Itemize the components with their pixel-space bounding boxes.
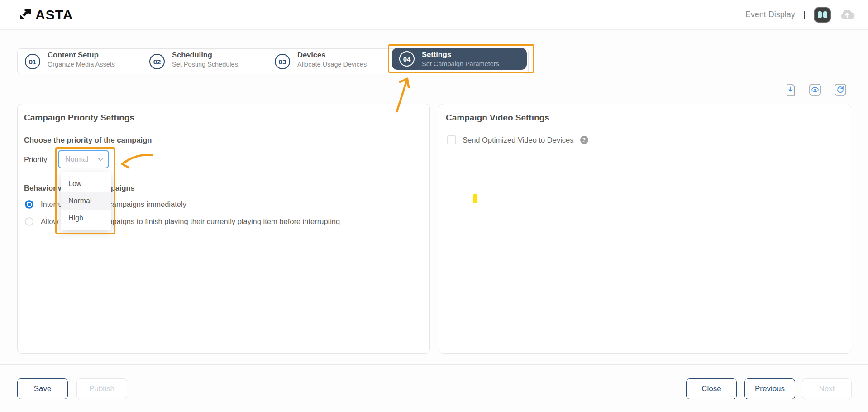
app-root: ASTA Event Display | 01 Content Setup Or… [0, 0, 868, 412]
step-3-number: 03 [279, 58, 286, 66]
preview-eye-icon[interactable] [809, 83, 821, 96]
optimized-video-row: Send Optimized Video to Devices ? [447, 135, 588, 144]
dropdown-option-low[interactable]: Low [61, 175, 111, 192]
step-2-circle: 02 [149, 54, 165, 69]
header-separator: | [803, 10, 806, 20]
help-question-icon[interactable]: ? [580, 136, 588, 144]
step-3-devices[interactable]: Devices [297, 51, 325, 59]
radio-selected-icon[interactable] [25, 200, 33, 209]
priority-panel-title: Campaign Priority Settings [24, 113, 134, 123]
context-label[interactable]: Event Display [745, 10, 795, 19]
close-button[interactable]: Close [686, 378, 737, 399]
next-button[interactable]: Next [802, 378, 852, 399]
priority-select-value: Normal [65, 155, 99, 163]
step-1-subtitle: Organize Media Assets [48, 61, 115, 68]
brand-logo[interactable]: ASTA [18, 7, 73, 23]
step-4-number: 04 [403, 55, 411, 63]
previous-button[interactable]: Previous [744, 378, 795, 399]
step-4-subtitle: Set Campaign Parameters [422, 60, 499, 67]
step-1-content-setup[interactable]: Content Setup [48, 51, 99, 59]
optimized-video-checkbox[interactable] [447, 135, 456, 144]
bot-eye-left [818, 11, 822, 18]
header-right-cluster: Event Display | [745, 7, 855, 23]
optimized-video-label: Send Optimized Video to Devices [463, 136, 574, 144]
publish-button[interactable]: Publish [76, 378, 127, 399]
priority-select[interactable]: Normal [58, 150, 109, 168]
footer-divider [0, 364, 868, 365]
step-1-number: 01 [29, 58, 37, 66]
save-button[interactable]: Save [17, 378, 68, 399]
step-1-circle: 01 [25, 54, 40, 69]
yellow-marker [473, 194, 477, 203]
header: ASTA Event Display | [0, 0, 868, 30]
export-document-icon[interactable] [784, 83, 797, 96]
brand-name: ASTA [35, 7, 73, 23]
step-4-circle: 04 [399, 51, 415, 67]
step-2-subtitle: Set Posting Schedules [172, 61, 238, 68]
refresh-icon[interactable] [834, 83, 847, 96]
bot-avatar-icon[interactable] [814, 7, 831, 23]
step-4-title: Settings [422, 50, 451, 59]
chevron-down-icon [98, 155, 104, 161]
radio-unselected-icon[interactable] [25, 217, 33, 226]
video-panel-title: Campaign Video Settings [446, 113, 549, 123]
dropdown-option-normal[interactable]: Normal [61, 192, 111, 210]
bot-eye-right [823, 11, 827, 18]
step-3-circle: 03 [275, 54, 290, 69]
cloud-upload-icon[interactable] [839, 8, 855, 22]
priority-dropdown-menu: Low Normal High [61, 172, 111, 230]
step-2-number: 02 [153, 58, 161, 66]
brand-arrow-icon [18, 7, 33, 23]
dropdown-option-high[interactable]: High [61, 210, 111, 227]
priority-panel-subtitle: Choose the priority of the campaign [24, 136, 152, 144]
step-3-subtitle: Allocate Usage Devices [297, 61, 367, 68]
priority-field-label: Priority [24, 155, 47, 164]
step-2-scheduling[interactable]: Scheduling [172, 51, 212, 59]
